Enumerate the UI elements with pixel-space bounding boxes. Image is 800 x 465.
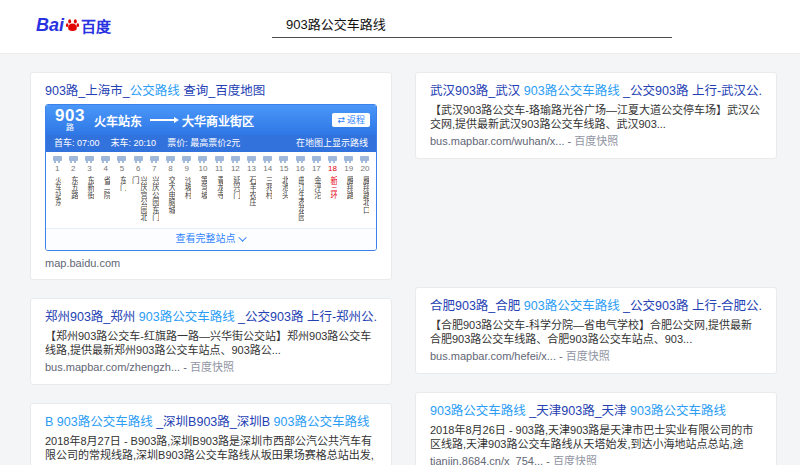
baidu-map-transit-card: 903路_上海市_公交路线 查询_百度地图 903 路 火车站东 大华商业街区 bbox=[30, 72, 392, 280]
bus-stop-item[interactable]: 17 金泘沱 bbox=[308, 156, 324, 226]
result-description: 2018年8月27日 - B903路,深圳B903路是深圳市西部公汽公共汽车有限… bbox=[45, 434, 377, 462]
bus-stop-number: 3 bbox=[87, 164, 91, 174]
swap-direction-icon: ⇄ bbox=[337, 115, 345, 125]
bus-icon bbox=[328, 156, 337, 161]
bus-icon bbox=[247, 156, 256, 161]
bus-stop-number: 9 bbox=[185, 164, 189, 174]
bus-icon bbox=[150, 156, 159, 161]
bus-stop-name: 东新街 bbox=[85, 176, 94, 226]
search-result-card: B 903路公交车路线 _深圳B903路_深圳B 903路公交车路线 2018年… bbox=[30, 403, 392, 465]
bus-stop-number: 18 bbox=[328, 164, 337, 174]
bus-icon bbox=[312, 156, 321, 161]
baidu-logo[interactable]: Bai 百度 bbox=[36, 15, 111, 36]
title-segment: 903路公交车路线 bbox=[524, 299, 620, 313]
result-description: 2018年8月26日 - 903路,天津903路是天津市巴士实业有限公司的市区线… bbox=[430, 423, 762, 451]
bus-stop-item[interactable]: 5 东门 bbox=[114, 156, 130, 226]
bus-stop-item[interactable]: 7 兴庆公园东门 bbox=[146, 156, 162, 226]
bus-stop-item[interactable]: 3 东新街 bbox=[81, 156, 97, 226]
result-title-link[interactable]: 郑州903路_郑州 903路公交车路线 _公交903路 上行-郑州公...-图吧… bbox=[45, 309, 377, 325]
meta-separator: - bbox=[183, 361, 190, 373]
top-bar: Bai 百度 bbox=[0, 0, 800, 54]
result-title-link[interactable]: 903路公交车路线 _天津903路_天津 903路公交车路线 bbox=[430, 403, 762, 419]
bus-stop-item[interactable]: 10 等驾坡 bbox=[195, 156, 211, 226]
result-description: 【郑州903路公交车-红旗路一路—兴华街公交站】郑州903路公交车线路,提供最新… bbox=[45, 329, 377, 357]
bus-stop-item[interactable]: 2 东五路 bbox=[65, 156, 81, 226]
bus-stop-item[interactable]: 19 雁翔路 bbox=[341, 156, 357, 226]
result-description: 【合肥903路公交车-科学分院—省电气学校】合肥公交网,提供最新合肥903路公交… bbox=[430, 318, 762, 346]
fare-label: 票价: bbox=[167, 138, 188, 148]
meta-separator: - bbox=[546, 455, 553, 465]
bus-stop-item[interactable]: 18 新三环 bbox=[324, 156, 340, 226]
view-all-stops-button[interactable]: 查看完整站点 bbox=[46, 228, 376, 250]
result-meta: bus.mapbar.com/zhengzh... - 百度快照 bbox=[45, 361, 377, 374]
view-all-stops-label: 查看完整站点 bbox=[176, 233, 236, 245]
show-on-map-link[interactable]: 在地图上显示路线 bbox=[296, 138, 368, 149]
search-input[interactable] bbox=[272, 10, 672, 38]
baidu-snapshot-link[interactable]: 百度快照 bbox=[553, 455, 597, 465]
bus-icon bbox=[85, 156, 94, 161]
bus-stop-number: 17 bbox=[312, 164, 321, 174]
result-url: bus.mapbar.com/hefei/x... bbox=[430, 350, 556, 362]
bus-icon bbox=[231, 156, 240, 161]
bus-stop-item[interactable]: 12 延兴门 bbox=[227, 156, 243, 226]
result-meta: bus.mapbar.com/wuhan/x... - 百度快照 bbox=[430, 135, 762, 148]
bus-stop-item[interactable]: 4 省二院 bbox=[98, 156, 114, 226]
bus-icon bbox=[69, 156, 78, 161]
bus-stop-item[interactable]: 8 交大电脑城 bbox=[162, 156, 178, 226]
bus-stop-name: 金泘沱 bbox=[312, 176, 321, 226]
bus-stop-name: 雁翔路北口 bbox=[361, 176, 370, 226]
route-from: 火车站东 bbox=[94, 112, 142, 129]
result-title-link[interactable]: B 903路公交车路线 _深圳B903路_深圳B 903路公交车路线 bbox=[45, 414, 377, 430]
bus-icon bbox=[215, 156, 224, 161]
bus-icon bbox=[117, 156, 126, 161]
title-segment: 郑州903路_郑州 bbox=[45, 310, 139, 324]
bus-stop-item[interactable]: 6 兴庆宫公园北门 bbox=[130, 156, 146, 226]
search-result-card: 郑州903路_郑州 903路公交车路线 _公交903路 上行-郑州公...-图吧… bbox=[30, 298, 392, 385]
bus-stop-item[interactable]: 15 北池头 bbox=[276, 156, 292, 226]
bus-stop-number: 2 bbox=[71, 164, 75, 174]
result-title-link[interactable]: 武汉903路_武汉 903路公交车路线 _公交903路 上行-武汉公...-图吧… bbox=[430, 83, 762, 99]
bus-stop-number: 5 bbox=[120, 164, 124, 174]
result-title-link[interactable]: 合肥903路_合肥 903路公交车路线 _公交903路 上行-合肥公...-图吧… bbox=[430, 298, 762, 314]
bus-stop-number: 7 bbox=[152, 164, 156, 174]
title-segment: 903路公交车路线 bbox=[274, 415, 370, 429]
bus-stop-number: 1 bbox=[55, 164, 59, 174]
bus-stop-name: 沙坡村 bbox=[182, 176, 191, 226]
last-bus-label: 末车: bbox=[111, 138, 132, 148]
bus-stop-name: 雁翔路 bbox=[345, 176, 354, 226]
bus-stop-item[interactable]: 9 沙坡村 bbox=[179, 156, 195, 226]
baidu-snapshot-link[interactable]: 百度快照 bbox=[574, 135, 618, 147]
left-column: 903路_上海市_公交路线 查询_百度地图 903 路 火车站东 大华商业街区 bbox=[30, 72, 392, 465]
route-endpoints: 火车站东 大华商业街区 bbox=[94, 112, 254, 129]
bus-stop-item[interactable]: 11 青龙寺 bbox=[211, 156, 227, 226]
return-trip-button[interactable]: ⇄ 返程 bbox=[332, 113, 370, 127]
bus-widget-info-strip: 首车: 07:00 末车: 20:10 票价: 最高票价2元 在地图上显示路线 bbox=[46, 135, 376, 152]
result-url: bus.mapbar.com/zhengzh... bbox=[45, 361, 180, 373]
stops-row: 1 火车站东 2 东五路 3 东新街 4 省二院 5 东门 6 兴庆宫公园北门 … bbox=[46, 152, 376, 228]
first-bus-label: 首车: bbox=[54, 138, 75, 148]
baidu-snapshot-link[interactable]: 百度快照 bbox=[190, 361, 234, 373]
right-column: 武汉903路_武汉 903路公交车路线 _公交903路 上行-武汉公...-图吧… bbox=[415, 72, 777, 465]
route-unit-text: 路 bbox=[66, 124, 74, 132]
bus-stop-item[interactable]: 14 三兆村 bbox=[260, 156, 276, 226]
baidu-snapshot-link[interactable]: 百度快照 bbox=[566, 350, 610, 362]
bus-route-widget: 903 路 火车站东 大华商业街区 ⇄ 返程 bbox=[45, 104, 377, 251]
logo-text-cn: 百度 bbox=[81, 15, 111, 36]
map-card-title[interactable]: 903路_上海市_公交路线 查询_百度地图 bbox=[45, 83, 377, 99]
bus-icon bbox=[134, 156, 143, 161]
bus-stop-name: 火车站东 bbox=[53, 176, 62, 226]
bus-stop-item[interactable]: 1 火车站东 bbox=[49, 156, 65, 226]
bus-stop-name: 交大电脑城 bbox=[166, 176, 175, 226]
route-number: 903 路 bbox=[55, 108, 85, 132]
bus-stop-number: 11 bbox=[215, 164, 223, 174]
bus-stop-name: 兴庆宫公园北门 bbox=[130, 176, 147, 226]
bus-stop-item[interactable]: 13 石羊农庄 bbox=[243, 156, 259, 226]
bus-stop-item[interactable]: 20 雁翔路北口 bbox=[357, 156, 373, 226]
route-to: 大华商业街区 bbox=[182, 112, 254, 129]
bus-stop-item[interactable]: 16 曲江生态花园 bbox=[292, 156, 308, 226]
route-number-text: 903 bbox=[55, 108, 85, 124]
chevron-down-icon bbox=[238, 233, 246, 241]
title-segment: 查询_百度地图 bbox=[180, 84, 265, 98]
bus-stop-name: 东五路 bbox=[69, 176, 78, 226]
bus-icon bbox=[198, 156, 207, 161]
